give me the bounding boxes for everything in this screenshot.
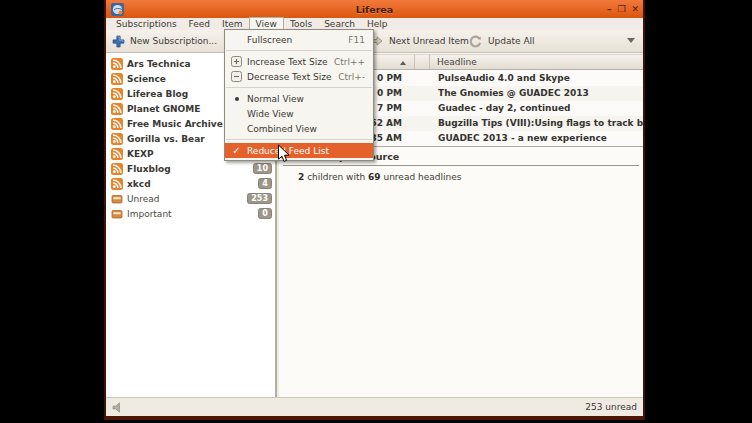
rss-icon <box>111 118 123 130</box>
zoom-out-icon <box>231 71 242 82</box>
check-icon: ✓ <box>232 145 240 156</box>
rss-icon <box>111 73 123 85</box>
rss-icon <box>111 103 123 115</box>
item-headline: Guadec - day 2, continued <box>431 101 643 116</box>
feed-name: xkcd <box>127 179 151 189</box>
new-subscription-label: New Subscription... <box>130 36 217 46</box>
menu-item-reduced-feed-list[interactable]: ✓ Reduced Feed List <box>225 143 373 158</box>
view-menu-popup: Fullscreen F11 Increase Text Size Ctrl++… <box>224 29 374 161</box>
rss-icon <box>111 133 123 145</box>
rss-icon <box>111 163 123 175</box>
maximize-icon[interactable]: ❒ <box>617 4 625 14</box>
feed-item-fluxblog[interactable]: Fluxblog 10 <box>106 161 275 176</box>
menu-item-decrease-text-size[interactable]: Decrease Text Size Ctrl+- <box>225 69 373 84</box>
column-header-headline[interactable]: Headline <box>430 55 643 69</box>
unread-count-badge: 4 <box>258 178 272 189</box>
rss-icon <box>111 178 123 190</box>
item-headline: GUADEC 2013 - a new experience <box>431 131 643 146</box>
item-headline: The Gnomies @ GUADEC 2013 <box>431 86 643 101</box>
window-title: Liferea <box>106 4 643 15</box>
minimize-icon[interactable]: – <box>607 4 612 14</box>
zoom-in-icon <box>231 56 242 67</box>
feed-name: Free Music Archive <box>127 119 223 129</box>
feed-item-unread[interactable]: Unread 253 <box>106 191 275 206</box>
feed-name: Liferea Blog <box>127 89 188 99</box>
update-all-label: Update All <box>488 36 535 46</box>
feed-name: Planet GNOME <box>127 104 200 114</box>
shortcut-label: F11 <box>348 35 373 45</box>
menu-item-combined-view[interactable]: Combined View <box>225 121 373 136</box>
menu-separator <box>226 139 372 140</box>
update-icon <box>468 34 483 49</box>
shortcut-label: Ctrl+- <box>338 72 373 82</box>
feed-name: Unread <box>127 194 160 204</box>
toolbar-overflow-icon[interactable] <box>627 38 635 43</box>
liferea-window: Liferea – ❒ ✕ Subscriptions Feed Item Vi… <box>104 0 645 420</box>
add-icon <box>112 35 125 48</box>
statusbar: 253 unread <box>106 397 643 416</box>
speaker-icon[interactable] <box>112 402 125 413</box>
menu-feed[interactable]: Feed <box>183 18 216 31</box>
titlebar[interactable]: Liferea – ❒ ✕ <box>106 0 643 18</box>
update-all-button[interactable]: Update All <box>468 30 535 52</box>
content-summary: 2 children with 69 unread headlines <box>298 172 461 182</box>
vfolder-icon <box>111 208 123 220</box>
menu-separator <box>226 87 372 88</box>
shortcut-label: Ctrl++ <box>334 57 373 67</box>
rss-icon <box>111 148 123 160</box>
rss-icon <box>111 58 123 70</box>
feed-name: Fluxblog <box>127 164 171 174</box>
content-divider <box>283 165 639 166</box>
statusbar-unread-count: 253 unread <box>585 402 637 412</box>
new-subscription-button[interactable]: New Subscription... <box>112 30 217 52</box>
menubar: Subscriptions Feed Item View Tools Searc… <box>106 18 643 30</box>
menu-item-increase-text-size[interactable]: Increase Text Size Ctrl++ <box>225 54 373 69</box>
next-unread-label: Next Unread Item <box>389 36 469 46</box>
toolbar: New Subscription... Next Unread Item Upd… <box>106 30 643 53</box>
vfolder-icon <box>111 193 123 205</box>
feed-name: Science <box>127 74 166 84</box>
unread-count-badge: 10 <box>253 163 272 174</box>
item-view: Folder: Open Source 2 children with 69 u… <box>279 146 643 397</box>
feed-item-important[interactable]: Important 0 <box>106 206 275 221</box>
menu-subscriptions[interactable]: Subscriptions <box>110 18 183 31</box>
feed-name: Gorilla vs. Bear <box>127 134 205 144</box>
close-icon[interactable]: ✕ <box>631 4 639 14</box>
unread-count-badge: 0 <box>258 208 272 219</box>
desktop: Liferea – ❒ ✕ Subscriptions Feed Item Vi… <box>0 0 752 423</box>
feed-name: Important <box>127 209 172 219</box>
next-unread-button[interactable]: Next Unread Item <box>370 30 469 52</box>
radio-selected-icon <box>235 97 239 101</box>
rss-icon <box>111 88 123 100</box>
feed-item-xkcd[interactable]: xkcd 4 <box>106 176 275 191</box>
menu-item-fullscreen[interactable]: Fullscreen F11 <box>225 32 373 47</box>
menu-item-normal-view[interactable]: Normal View <box>225 91 373 106</box>
menu-item-wide-view[interactable]: Wide View <box>225 106 373 121</box>
feed-name: Ars Technica <box>127 59 191 69</box>
item-headline: PulseAudio 4.0 and Skype <box>431 71 643 86</box>
feed-name: KEXP <box>127 149 154 159</box>
sort-ascending-icon <box>400 61 406 65</box>
mouse-cursor-icon <box>277 144 290 164</box>
column-header-state[interactable] <box>415 55 430 69</box>
unread-count-badge: 253 <box>247 193 272 204</box>
menu-separator <box>226 50 372 51</box>
item-headline: Bugzilla Tips (VIII):Using flags to trac… <box>431 116 643 131</box>
